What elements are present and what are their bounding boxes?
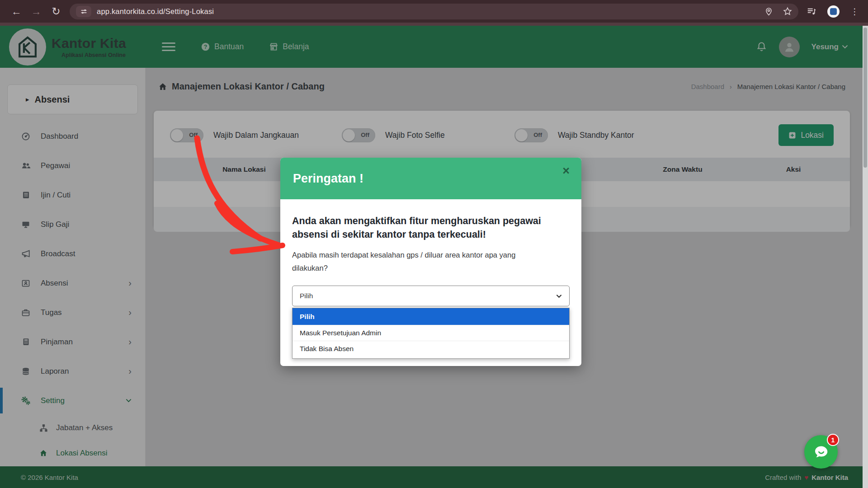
- option-pilih[interactable]: Pilih: [292, 308, 569, 325]
- url-text[interactable]: app.kantorkita.co.id/Setting-Lokasi: [97, 7, 755, 16]
- modal-body: Anda akan mengaktifkan fitur mengharuska…: [280, 199, 581, 366]
- option-tidak-bisa-absen[interactable]: Tidak Bisa Absen: [292, 341, 569, 357]
- profile-logo: [830, 8, 837, 15]
- chat-bubble-icon: [812, 443, 830, 461]
- option-masuk-persetujuan-admin[interactable]: Masuk Persetujuan Admin: [292, 325, 569, 341]
- modal-message: Apabila masih terdapat kesalahan gps / d…: [292, 249, 545, 275]
- chat-widget-button[interactable]: 1: [804, 435, 838, 469]
- site-info-icon[interactable]: [76, 6, 91, 17]
- scrollbar-thumb[interactable]: [863, 28, 867, 168]
- modal-title: Peringatan !: [293, 172, 363, 186]
- chat-unread-badge: 1: [827, 434, 839, 446]
- modal-message-bold: Anda akan mengaktifkan fitur mengharuska…: [292, 215, 552, 241]
- browser-forward-icon[interactable]: →: [26, 5, 46, 18]
- location-pin-icon[interactable]: [764, 7, 773, 16]
- warning-modal: Peringatan ! × Anda akan mengaktifkan fi…: [280, 158, 581, 366]
- page-scrollbar[interactable]: [863, 26, 868, 488]
- media-playlist-icon[interactable]: [807, 6, 816, 16]
- action-select[interactable]: Pilih: [292, 286, 570, 306]
- select-value: Pilih: [300, 292, 556, 300]
- browser-back-icon[interactable]: ←: [6, 5, 26, 18]
- browser-toolbar: ← → ↻ app.kantorkita.co.id/Setting-Lokas…: [0, 0, 868, 23]
- browser-reload-icon[interactable]: ↻: [46, 5, 66, 18]
- modal-header: Peringatan ! ×: [280, 158, 581, 199]
- chrome-divider: [0, 23, 868, 26]
- chevron-down-icon: [556, 294, 562, 298]
- browser-menu-icon[interactable]: ⋮: [850, 6, 859, 17]
- close-icon[interactable]: ×: [562, 165, 570, 177]
- select-dropdown: Pilih Masuk Persetujuan Admin Tidak Bisa…: [292, 308, 570, 359]
- address-bar[interactable]: app.kantorkita.co.id/Setting-Lokasi: [70, 4, 798, 19]
- browser-profile-avatar[interactable]: [827, 5, 840, 18]
- bookmark-star-icon[interactable]: [783, 7, 792, 16]
